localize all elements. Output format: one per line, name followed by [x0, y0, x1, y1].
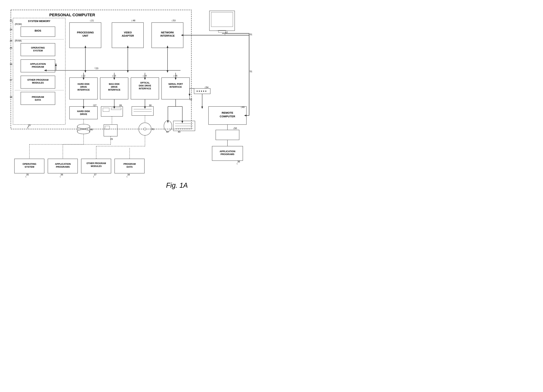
mag-disk-label: MAG DISK	[109, 83, 120, 85]
ref-23: 23	[96, 67, 98, 70]
ram-label: (RAM)	[15, 39, 22, 42]
ref-37-bottom: 37	[94, 173, 96, 176]
mag-disk-label3: INTERFACE	[108, 89, 120, 91]
ref-32: 32	[83, 74, 85, 77]
app-prog-bottom-label2: PROGRAMS	[56, 166, 70, 168]
app-prog-bottom-label: APPLICATION	[55, 162, 71, 165]
remote-computer-label: REMOTE	[222, 111, 233, 114]
ref-27: 27	[94, 104, 96, 107]
program-data-left-label2: DATA	[35, 99, 41, 101]
fig-label: Fig. 1A	[166, 182, 188, 189]
network-interface-label2: INTERFACE	[160, 34, 175, 37]
os-bottom-label: OPERATING	[23, 162, 36, 165]
app-program-label2: PROGRAM	[32, 66, 44, 68]
ref-22: 22	[10, 19, 12, 22]
prog-data-bottom-label: PROGRAM	[124, 162, 136, 165]
app-prog-remote-label2: PROGRAMS	[221, 153, 234, 156]
processing-unit-label2: UNIT	[83, 34, 88, 37]
os-bottom-label2: SYSTEM	[25, 166, 34, 168]
hdd-label2: DRIVE	[80, 113, 87, 116]
optical-disk-label2: DISK DRIVE	[139, 84, 151, 87]
other-prog-bottom-label: OTHER PROGRAM	[86, 162, 106, 165]
remote-computer-label2: COMPUTER	[220, 115, 235, 118]
program-data-left-label: PROGRAM	[32, 96, 44, 98]
network-interface-label: NETWORK	[161, 31, 174, 34]
app-prog-remote-label: APPLICATION	[220, 150, 235, 153]
svg-point-103	[201, 91, 202, 92]
ref-29: 29	[110, 138, 113, 140]
ref-49: 49	[242, 106, 244, 108]
ref-46: 46	[175, 74, 177, 77]
ref-33: 33	[113, 74, 116, 77]
other-prog-bottom-label2: MODULES	[91, 165, 102, 168]
optical-disk-label: OPTICAL	[140, 82, 150, 84]
serial-port-label2: INTERFACE	[170, 86, 182, 88]
ref-53: 53	[173, 19, 175, 22]
other-prog-left-label2: MODULES	[32, 81, 44, 84]
ref-48: 48	[133, 19, 135, 22]
optical-disk-label3: INTERFACE	[139, 87, 151, 90]
ref-36a: 36	[10, 63, 12, 66]
ref-24: 24	[10, 28, 12, 31]
svg-point-105	[205, 91, 206, 92]
ref-25: 25	[10, 47, 12, 49]
ref-42: 42	[166, 130, 169, 133]
ref-35-bottom: 35	[26, 173, 29, 176]
ref-30: 30	[149, 104, 152, 107]
svg-point-101	[197, 91, 198, 92]
ref-31: 31	[152, 128, 154, 130]
diagram-container: PERSONAL COMPUTER SYSTEM MEMORY (ROM) 22…	[0, 0, 272, 196]
ref-60: 60	[90, 128, 93, 131]
system-memory-label: SYSTEM MEMORY	[28, 20, 51, 22]
video-adapter-label: VIDEO	[124, 31, 132, 34]
ref-21: 21	[91, 19, 94, 22]
ref-34: 34	[144, 74, 147, 77]
ref-54: 54	[206, 86, 208, 89]
other-prog-left-label: OTHER PROGRAM	[28, 78, 49, 81]
ref-20: 20	[28, 124, 30, 127]
ref-28: 28	[119, 104, 122, 107]
serial-port-label: SERIAL PORT	[168, 83, 183, 85]
prog-data-bottom-label2: DATA	[127, 166, 133, 168]
ref-36-remote: 36	[237, 160, 240, 163]
processing-unit-label: PROCESSING	[77, 31, 94, 34]
ref-36-bottom: 36	[61, 173, 63, 176]
hdd-interface-label2: DRIVE	[80, 86, 87, 88]
os-label: OPERATING	[31, 46, 45, 49]
personal-computer-label: PERSONAL COMPUTER	[49, 13, 95, 17]
os-label2: SYSTEM	[33, 49, 43, 52]
svg-point-102	[199, 91, 200, 92]
ref-37a: 37	[10, 79, 12, 81]
svg-point-104	[203, 91, 204, 92]
ref-50: 50	[234, 127, 237, 129]
mag-disk-label2: DRIVE	[111, 86, 118, 88]
video-adapter-label2: ADAPTER	[122, 34, 134, 37]
rom-label: (ROM)	[15, 23, 22, 25]
ref-38-bottom: 38	[127, 173, 130, 176]
hdd-label: HARD DISK	[77, 110, 90, 113]
ref-26: 26	[10, 39, 12, 42]
ref-51: 51	[250, 70, 252, 73]
hdd-interface-label3: INTERFACE	[77, 89, 90, 91]
ref-52: 52	[190, 98, 192, 101]
ref-38a: 38	[10, 96, 12, 98]
hdd-interface-label: HARD DISK	[78, 83, 90, 85]
app-program-label: APPLICATION	[30, 63, 46, 65]
ref-40: 40	[178, 130, 180, 133]
ref-51-right: 51	[250, 33, 252, 36]
bios-label: BIOS	[35, 29, 41, 32]
